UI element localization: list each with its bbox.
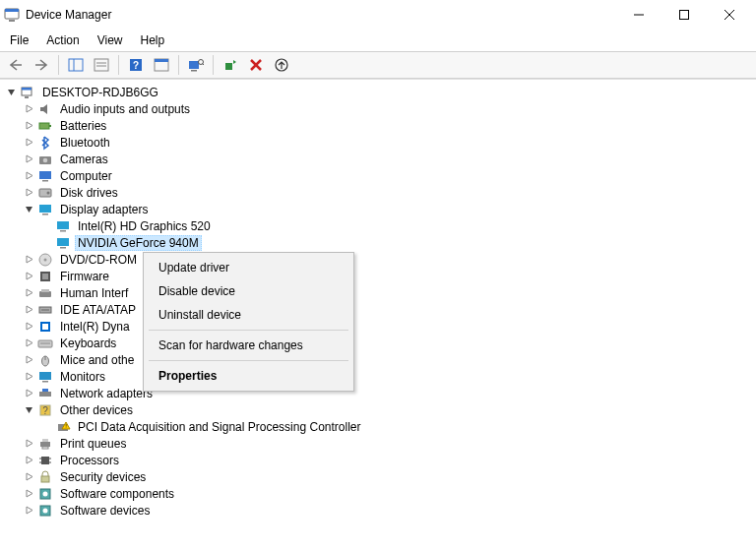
chevron-right-icon[interactable] [22, 487, 35, 501]
svg-rect-39 [57, 238, 69, 246]
ctx-uninstall-device[interactable]: Uninstall device [147, 303, 350, 327]
tree-category[interactable]: Intel(R) Dyna [4, 318, 756, 335]
ctx-scan-hardware[interactable]: Scan for hardware changes [147, 334, 350, 357]
chevron-right-icon[interactable] [22, 102, 35, 116]
tree-category[interactable]: Network adapters [4, 385, 756, 401]
chevron-right-icon[interactable] [22, 119, 35, 133]
chevron-right-icon[interactable] [22, 186, 35, 200]
chevron-right-icon[interactable] [22, 454, 35, 467]
tree-node-label: Software devices [57, 503, 153, 519]
audio-icon [37, 101, 53, 117]
tree-device[interactable]: Intel(R) HD Graphics 520 [4, 217, 756, 234]
svg-rect-65 [42, 447, 48, 449]
action-button[interactable] [150, 53, 173, 77]
tree-node-label: Software components [57, 486, 177, 502]
network-icon [37, 386, 53, 401]
tree-category[interactable]: Security devices [4, 468, 756, 485]
properties-button[interactable] [90, 53, 113, 77]
chevron-right-icon[interactable] [22, 169, 35, 183]
disk-icon [37, 185, 53, 201]
update-driver-button[interactable] [270, 53, 293, 77]
svg-rect-9 [94, 59, 108, 71]
toolbar-separator [178, 55, 179, 75]
tree-device[interactable]: !PCI Data Acquisition and Signal Process… [4, 418, 756, 435]
chevron-down-icon[interactable] [4, 86, 18, 99]
menu-view[interactable]: View [90, 31, 131, 49]
context-menu: Update driver Disable device Uninstall d… [143, 252, 354, 392]
tree-node-label: Network adapters [57, 386, 156, 401]
scan-hardware-button[interactable] [184, 53, 208, 77]
menu-file[interactable]: File [2, 31, 36, 49]
svg-point-75 [43, 508, 48, 513]
tree-category[interactable]: Firmware [4, 268, 756, 284]
chevron-right-icon[interactable] [22, 253, 35, 267]
tree-category[interactable]: Print queues [4, 435, 756, 452]
chevron-right-icon[interactable] [22, 337, 35, 350]
svg-rect-20 [225, 63, 232, 70]
svg-rect-32 [42, 180, 48, 182]
tree-root[interactable]: DESKTOP-RDJB6GG [4, 84, 756, 100]
software-icon [37, 486, 53, 502]
app-icon [4, 7, 20, 23]
tree-category[interactable]: Monitors [4, 368, 756, 385]
tree-category[interactable]: Disk drives [4, 184, 756, 201]
svg-rect-17 [191, 70, 197, 72]
toolbar-separator [118, 55, 119, 75]
add-legacy-button[interactable] [219, 53, 242, 77]
tree-category[interactable]: Audio inputs and outputs [4, 100, 756, 117]
tree-category[interactable]: DVD/CD-ROM [4, 251, 756, 268]
menu-action[interactable]: Action [38, 31, 87, 49]
ctx-update-driver[interactable]: Update driver [147, 256, 350, 279]
help-button[interactable]: ? [124, 53, 148, 77]
chevron-right-icon[interactable] [22, 303, 35, 317]
chevron-right-icon[interactable] [22, 270, 35, 283]
tree-category[interactable]: Mice and othe [4, 351, 756, 368]
tree-category[interactable]: Software components [4, 485, 756, 502]
svg-rect-15 [155, 59, 168, 62]
tree-category[interactable]: Human Interf [4, 284, 756, 301]
tree-node-label: Audio inputs and outputs [57, 101, 193, 117]
tree-category[interactable]: Computer [4, 167, 756, 184]
tree-category[interactable]: Cameras [4, 151, 756, 167]
device-tree[interactable]: DESKTOP-RDJB6GGAudio inputs and outputsB… [0, 80, 756, 551]
chevron-down-icon[interactable] [22, 403, 35, 417]
tree-category[interactable]: Processors [4, 452, 756, 468]
ctx-disable-device[interactable]: Disable device [147, 279, 350, 303]
window-title: Device Manager [26, 8, 616, 22]
svg-text:?: ? [42, 405, 48, 416]
ctx-properties[interactable]: Properties [147, 364, 350, 388]
chevron-right-icon[interactable] [22, 470, 35, 484]
tree-category[interactable]: IDE ATA/ATAP [4, 301, 756, 318]
close-button[interactable] [707, 0, 752, 30]
ide-icon [37, 302, 53, 318]
tree-category[interactable]: Batteries [4, 117, 756, 134]
chevron-right-icon[interactable] [22, 136, 35, 150]
chevron-right-icon[interactable] [22, 286, 35, 300]
forward-button[interactable] [30, 53, 53, 77]
minimize-button[interactable] [616, 0, 662, 30]
tree-category[interactable]: ?Other devices [4, 401, 756, 418]
chevron-right-icon[interactable] [22, 353, 35, 367]
menu-help[interactable]: Help [133, 31, 173, 49]
tree-device[interactable]: NVIDIA GeForce 940M [4, 234, 756, 251]
uninstall-button[interactable] [244, 53, 268, 77]
chevron-right-icon[interactable] [22, 370, 35, 384]
tree-category[interactable]: Bluetooth [4, 134, 756, 151]
chevron-down-icon[interactable] [22, 203, 35, 216]
battery-icon [37, 118, 53, 134]
tree-category[interactable]: Display adapters [4, 201, 756, 217]
back-button[interactable] [4, 53, 28, 77]
tree-category[interactable]: Keyboards [4, 335, 756, 351]
chevron-right-icon[interactable] [22, 153, 35, 166]
maximize-button[interactable] [662, 0, 707, 30]
display-icon [55, 218, 71, 234]
chevron-right-icon[interactable] [22, 320, 35, 334]
chevron-right-icon[interactable] [22, 437, 35, 451]
tree-node-label: Processors [57, 453, 122, 468]
chevron-right-icon[interactable] [22, 504, 35, 518]
chevron-right-icon[interactable] [22, 387, 35, 400]
svg-rect-36 [42, 214, 48, 215]
tree-node-label: DVD/CD-ROM [57, 252, 140, 268]
tree-category[interactable]: Software devices [4, 502, 756, 519]
show-hide-tree-button[interactable] [64, 53, 88, 77]
